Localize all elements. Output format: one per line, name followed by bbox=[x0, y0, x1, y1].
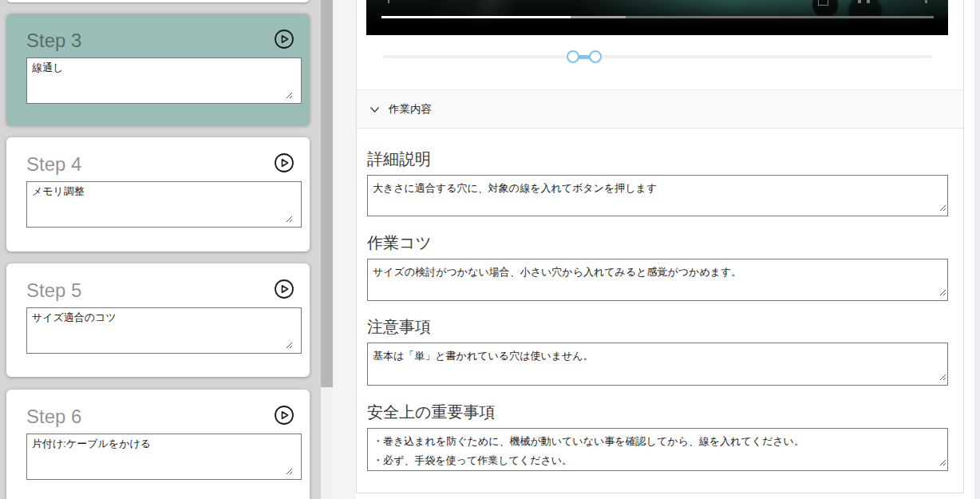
field-label-notes: 注意事項 bbox=[367, 316, 431, 338]
page-scrollbar-track[interactable] bbox=[974, 0, 980, 499]
field-label-detail: 詳細説明 bbox=[367, 149, 431, 170]
layout-gap bbox=[333, 0, 356, 499]
step-detail-panel: 作業内容 詳細説明 大きさに適合する穴に、対象の線を入れてボタンを押します 作業… bbox=[356, 0, 964, 493]
video-progress-played bbox=[381, 16, 571, 18]
slider-start-handle[interactable] bbox=[567, 50, 579, 63]
step-description-input[interactable]: メモリ調整 bbox=[26, 181, 302, 228]
step-title: Step 6 bbox=[26, 406, 81, 427]
step-card[interactable]: Step 3 線通し bbox=[6, 14, 310, 125]
menu-dots-icon[interactable] bbox=[925, 0, 927, 3]
field-label-tips: 作業コツ bbox=[367, 232, 432, 254]
miniplayer-icon[interactable] bbox=[858, 0, 861, 3]
trim-range-slider[interactable] bbox=[383, 50, 932, 64]
sidebar-scrollbar-thumb[interactable] bbox=[321, 0, 333, 387]
play-circle-icon bbox=[274, 40, 294, 52]
step-description-input[interactable]: 片付け:ケーブルをかける bbox=[26, 434, 302, 480]
slider-track[interactable] bbox=[383, 55, 932, 58]
field-label-safety: 安全上の重要事項 bbox=[367, 402, 495, 423]
sidebar-scrollbar-track[interactable] bbox=[321, 0, 333, 499]
play-circle-icon bbox=[274, 164, 294, 176]
step-title: Step 3 bbox=[26, 30, 81, 51]
play-step-button[interactable] bbox=[274, 29, 294, 50]
accordion-label: 作業内容 bbox=[389, 102, 432, 117]
step-card[interactable]: Step 4 メモリ調整 bbox=[6, 137, 310, 251]
step-title: Step 4 bbox=[26, 154, 81, 175]
miniplayer-icon[interactable] bbox=[867, 0, 870, 3]
step-card[interactable]: Step 5 サイズ適合のコツ bbox=[6, 263, 310, 377]
step-title: Step 5 bbox=[26, 280, 81, 301]
step-card[interactable]: Step 6 片付け:ケーブルをかける bbox=[6, 390, 310, 499]
step-description-input[interactable]: サイズ適合のコツ bbox=[26, 307, 302, 354]
subtitles-icon[interactable] bbox=[818, 0, 828, 6]
play-circle-icon bbox=[274, 290, 294, 302]
video-progress-bar[interactable] bbox=[381, 16, 934, 18]
play-circle-icon bbox=[274, 416, 294, 428]
video-control-remnant-icon bbox=[388, 0, 389, 3]
detail-description-input[interactable]: 大きさに適合する穴に、対象の線を入れてボタンを押します bbox=[367, 175, 948, 216]
chevron-down-icon bbox=[369, 102, 380, 117]
play-step-button[interactable] bbox=[274, 405, 294, 426]
work-content-accordion[interactable]: 作業内容 bbox=[357, 89, 963, 129]
play-step-button[interactable] bbox=[274, 152, 294, 173]
play-step-button[interactable] bbox=[274, 279, 294, 299]
notes-input[interactable]: 基本は「単」と書かれている穴は使いません。 bbox=[367, 343, 948, 386]
safety-notes-input[interactable]: ・巻き込まれを防ぐために、機械が動いていない事を確認してから、線を入れてください… bbox=[367, 428, 948, 471]
slider-end-handle[interactable] bbox=[589, 50, 602, 63]
step-description-input[interactable]: 線通し bbox=[26, 57, 302, 104]
previous-step-card-edge[interactable] bbox=[6, 0, 310, 2]
video-player[interactable] bbox=[366, 0, 948, 35]
work-tips-input[interactable]: サイズの検討がつかない場合、小さい穴から入れてみると感覚がつかめます。 bbox=[367, 259, 948, 301]
steps-sidebar: Step 3 線通し Step 4 メモリ調整 Step 5 bbox=[0, 0, 321, 499]
